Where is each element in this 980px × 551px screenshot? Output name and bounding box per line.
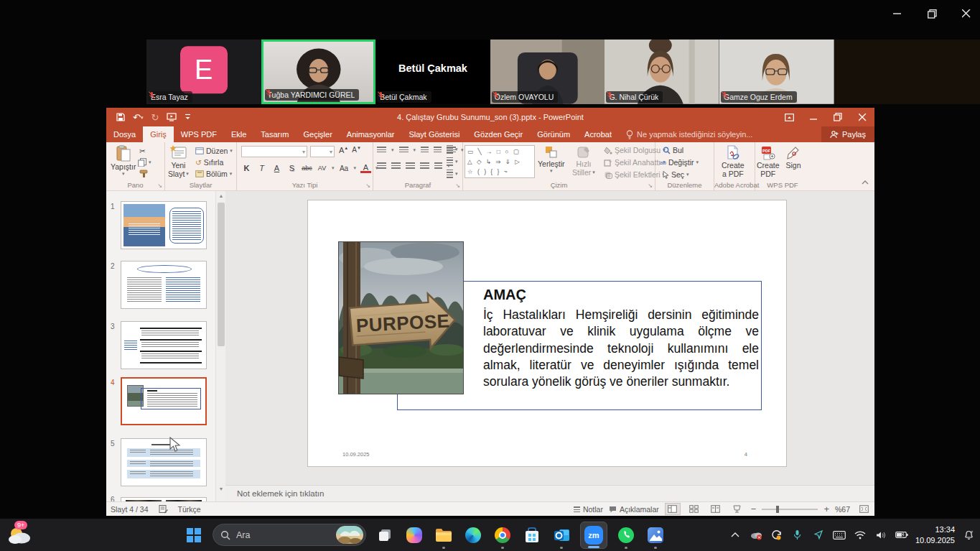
tab-giris[interactable]: Giriş	[143, 126, 174, 142]
text-direction-button[interactable]: ▾	[447, 145, 458, 154]
location-in-use-icon[interactable]	[811, 527, 826, 544]
microsoft-store-icon[interactable]	[521, 521, 543, 550]
shapes-gallery[interactable]: ▭ ╲ → □ ○ ▢△ ◇ ↳ ⇒ ⇓ ▷☆ ( ) { } ~	[465, 145, 535, 178]
slide-body-text[interactable]: İç Hastalıkları Hemşireliği dersinin eği…	[483, 307, 759, 390]
meeting-minimize-button[interactable]	[890, 7, 905, 20]
slide-sorter-view-button[interactable]	[686, 503, 702, 515]
new-slide-button[interactable]: Yeni Slayt▾	[168, 145, 189, 178]
microphone-in-use-icon[interactable]	[790, 527, 805, 544]
wps-sign-button[interactable]: Sign	[785, 145, 801, 170]
tab-slayt-gosterisi[interactable]: Slayt Gösterisi	[401, 126, 467, 142]
zoom-level[interactable]: %67	[835, 505, 850, 514]
file-explorer-icon[interactable]	[433, 521, 454, 550]
section-button[interactable]: Bölüm▾	[195, 170, 232, 178]
tab-tasarim[interactable]: Tasarım	[253, 126, 296, 142]
tray-expand-icon[interactable]	[728, 527, 742, 544]
bold-button[interactable]: K	[241, 162, 252, 174]
find-button[interactable]: Bul	[663, 146, 683, 154]
align-right-icon[interactable]	[406, 162, 415, 170]
reading-view-button[interactable]	[708, 503, 724, 515]
text-shadow-button[interactable]: S	[286, 162, 297, 174]
participant-tile-betul[interactable]: Betül Çakmak Betül Çakmak	[375, 40, 490, 104]
grow-font-button[interactable]: A▲	[339, 146, 348, 154]
strikethrough-button[interactable]: abc	[302, 162, 312, 174]
participant-tile-ozlem[interactable]: Özlem OVAYOLU	[490, 40, 605, 104]
copilot-icon[interactable]	[403, 521, 425, 550]
participant-tile-nihal[interactable]: G. Nihal Çürük	[605, 40, 719, 104]
zoom-in-button[interactable]: +	[823, 504, 829, 514]
layout-button[interactable]: Düzen▾	[195, 147, 233, 155]
create-a-pdf-button[interactable]: Create a PDF	[722, 145, 745, 178]
yazi-tipi-dialog-launcher-icon[interactable]: ↘	[365, 182, 371, 189]
qat-customize-icon[interactable]	[185, 114, 191, 121]
notification-bell-icon[interactable]: z	[961, 527, 976, 544]
meeting-close-button[interactable]	[958, 7, 974, 20]
ribbon-display-options-icon[interactable]	[777, 108, 801, 126]
tab-animasyonlar[interactable]: Animasyonlar	[340, 126, 402, 142]
slide-thumbnail-5[interactable]	[121, 438, 207, 486]
replace-button[interactable]: abDeğiştir▾	[660, 158, 699, 167]
convert-smartart-button[interactable]: ▾	[447, 170, 458, 178]
edge-icon[interactable]	[462, 521, 484, 550]
language-indicator[interactable]: Türkçe	[178, 505, 201, 514]
paragraf-dialog-launcher-icon[interactable]: ↘	[454, 182, 461, 189]
numbering-icon[interactable]	[399, 147, 409, 154]
tab-gecisler[interactable]: Geçişler	[296, 126, 339, 142]
tell-me-box[interactable]: Ne yapmak istediğinizi söyleyin...	[619, 126, 760, 142]
columns-icon[interactable]	[434, 162, 442, 170]
ppt-close-button[interactable]	[850, 108, 874, 126]
align-text-button[interactable]: ▾	[447, 157, 458, 166]
taskbar-search[interactable]: Ara	[213, 524, 366, 546]
thumbnail-scrollbar[interactable]: ▲ ▼	[215, 191, 225, 503]
collapse-ribbon-icon[interactable]	[862, 175, 869, 187]
reset-button[interactable]: ↺Sıfırla	[195, 158, 223, 167]
notes-pane[interactable]: Not eklemek için tıklatın	[225, 485, 874, 501]
task-view-button[interactable]	[374, 521, 396, 550]
taskbar-clock[interactable]: 13:34 10.09.2025	[915, 524, 955, 545]
align-center-icon[interactable]	[391, 162, 401, 170]
font-color-button[interactable]: A	[360, 164, 371, 173]
quick-styles-button[interactable]: Hızlı Stiller▾	[572, 145, 595, 177]
ppt-restore-button[interactable]	[826, 108, 850, 126]
align-left-icon[interactable]	[377, 162, 386, 170]
slide-thumbnail-4-selected[interactable]	[121, 377, 207, 425]
underline-button[interactable]: A	[271, 162, 282, 174]
meeting-restore-button[interactable]	[924, 7, 940, 20]
thumbnail-scroll-up-icon[interactable]: ▲	[216, 191, 226, 200]
zoom-out-button[interactable]: −	[751, 504, 757, 514]
participant-tile-esra[interactable]: E Esra Tayaz	[146, 40, 261, 104]
cizim-dialog-launcher-icon[interactable]: ↘	[647, 182, 653, 189]
change-case-button[interactable]: Aa	[339, 162, 350, 174]
save-icon[interactable]	[116, 113, 125, 121]
arrange-button[interactable]: Yerleştir ▾	[538, 145, 565, 174]
tab-acrobat[interactable]: Acrobat	[577, 126, 619, 142]
sync-update-icon[interactable]	[770, 527, 784, 544]
copy-button[interactable]: ▾	[138, 158, 151, 167]
thumbnail-scrollbar-thumb[interactable]	[218, 203, 225, 346]
zoom-slider[interactable]	[762, 509, 818, 510]
touch-keyboard-icon[interactable]	[832, 527, 846, 544]
whatsapp-icon[interactable]	[615, 521, 637, 550]
share-button[interactable]: Paylaş	[821, 126, 874, 142]
indent-decrease-icon[interactable]	[421, 147, 429, 154]
tab-wps-pdf[interactable]: WPS PDF	[174, 126, 224, 142]
italic-button[interactable]: T	[256, 162, 267, 174]
font-name-combo[interactable]: ▾	[241, 146, 307, 157]
tab-gozden-gecir[interactable]: Gözden Geçir	[467, 126, 530, 142]
normal-view-button[interactable]	[665, 503, 681, 515]
wps-create-pdf-button[interactable]: PDF Create PDF	[757, 145, 780, 178]
volume-icon[interactable]	[874, 527, 888, 544]
tab-dosya[interactable]: Dosya	[106, 126, 143, 142]
wifi-icon[interactable]	[853, 527, 867, 544]
start-button[interactable]	[183, 521, 205, 550]
search-highlight-image[interactable]	[336, 526, 363, 544]
slide-thumbnail-1[interactable]	[121, 201, 207, 249]
tab-ekle[interactable]: Ekle	[224, 126, 253, 142]
undo-icon[interactable]: ↶▾	[133, 113, 143, 122]
zoom-app-icon[interactable]: zm	[580, 522, 607, 549]
thumbnail-scroll-down-icon[interactable]: ▼	[216, 484, 226, 494]
redo-icon[interactable]: ↻	[151, 113, 159, 122]
paste-button[interactable]: Yapıştır ▾	[111, 145, 136, 177]
pano-dialog-launcher-icon[interactable]: ↘	[157, 182, 163, 189]
outlook-icon[interactable]	[551, 521, 572, 550]
